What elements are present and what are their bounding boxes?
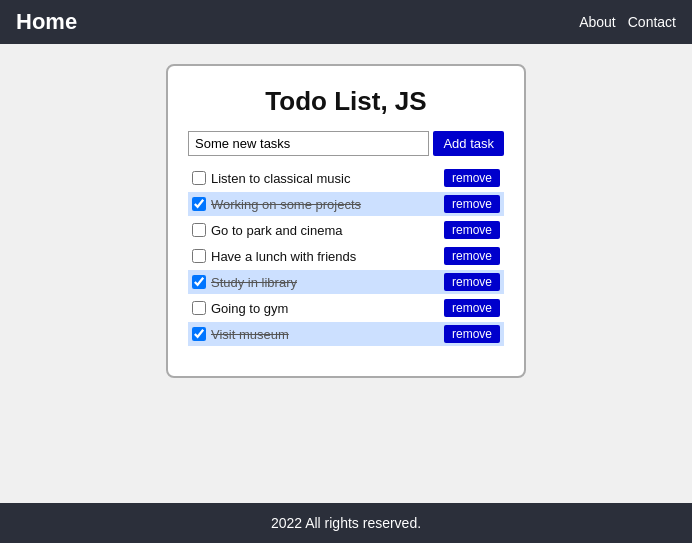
task-label-6: Visit museum (211, 327, 289, 342)
remove-button-5[interactable]: remove (444, 299, 500, 317)
task-left-6: Visit museum (192, 327, 289, 342)
footer: 2022 All rights reserved. (0, 503, 692, 543)
todo-title: Todo List, JS (188, 86, 504, 117)
add-task-input[interactable] (188, 131, 429, 156)
task-label-4: Study in library (211, 275, 297, 290)
add-task-row: Add task (188, 131, 504, 156)
task-label-3: Have a lunch with friends (211, 249, 356, 264)
task-label-1: Working on some projects (211, 197, 361, 212)
add-task-button[interactable]: Add task (433, 131, 504, 156)
task-left-3: Have a lunch with friends (192, 249, 356, 264)
task-row: Have a lunch with friendsremove (188, 244, 504, 268)
task-checkbox-2[interactable] (192, 223, 206, 237)
task-left-5: Going to gym (192, 301, 288, 316)
task-row: Visit museumremove (188, 322, 504, 346)
remove-button-4[interactable]: remove (444, 273, 500, 291)
task-row: Going to gymremove (188, 296, 504, 320)
nav-contact-link[interactable]: Contact (628, 14, 676, 30)
todo-card: Todo List, JS Add task Listen to classic… (166, 64, 526, 378)
task-checkbox-6[interactable] (192, 327, 206, 341)
task-label-5: Going to gym (211, 301, 288, 316)
remove-button-1[interactable]: remove (444, 195, 500, 213)
task-checkbox-3[interactable] (192, 249, 206, 263)
remove-button-0[interactable]: remove (444, 169, 500, 187)
task-checkbox-0[interactable] (192, 171, 206, 185)
remove-button-2[interactable]: remove (444, 221, 500, 239)
task-checkbox-4[interactable] (192, 275, 206, 289)
nav-home-label: Home (16, 9, 77, 35)
task-left-2: Go to park and cinema (192, 223, 343, 238)
task-label-0: Listen to classical music (211, 171, 350, 186)
navbar: Home About Contact (0, 0, 692, 44)
task-row: Working on some projectsremove (188, 192, 504, 216)
nav-about-link[interactable]: About (579, 14, 616, 30)
task-row: Listen to classical musicremove (188, 166, 504, 190)
footer-text: 2022 All rights reserved. (271, 515, 421, 531)
nav-links: About Contact (579, 14, 676, 30)
task-left-1: Working on some projects (192, 197, 361, 212)
remove-button-6[interactable]: remove (444, 325, 500, 343)
remove-button-3[interactable]: remove (444, 247, 500, 265)
task-left-4: Study in library (192, 275, 297, 290)
task-checkbox-5[interactable] (192, 301, 206, 315)
task-left-0: Listen to classical music (192, 171, 350, 186)
task-list: Listen to classical musicremoveWorking o… (188, 166, 504, 346)
task-checkbox-1[interactable] (192, 197, 206, 211)
task-row: Go to park and cinemaremove (188, 218, 504, 242)
task-label-2: Go to park and cinema (211, 223, 343, 238)
main-content: Todo List, JS Add task Listen to classic… (0, 44, 692, 503)
task-row: Study in libraryremove (188, 270, 504, 294)
